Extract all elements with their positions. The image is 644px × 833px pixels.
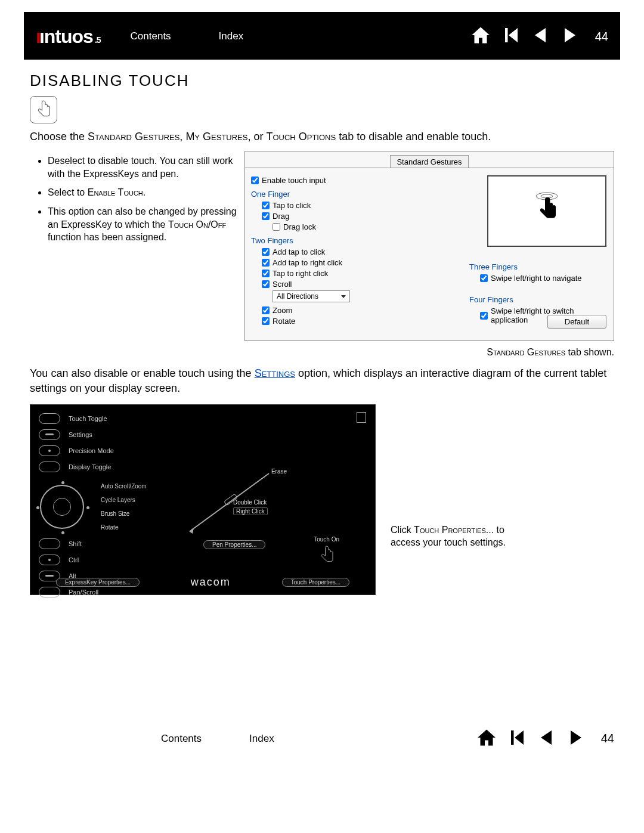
svg-marker-4 bbox=[189, 528, 194, 534]
nav-icons: 44 bbox=[470, 24, 608, 48]
standard-gestures-dialog: Standard Gestures Enable touch input One… bbox=[244, 151, 614, 341]
intro-paragraph: Choose the Standard Gestures, My Gesture… bbox=[30, 129, 614, 144]
enable-touch-checkbox[interactable] bbox=[251, 176, 259, 184]
expresskey-3[interactable] bbox=[39, 445, 60, 456]
footer-page-number: 44 bbox=[601, 732, 614, 745]
first-page-icon[interactable] bbox=[500, 24, 521, 48]
contents-link[interactable]: Contents bbox=[131, 30, 171, 42]
prev-page-icon[interactable] bbox=[535, 727, 557, 751]
instruction-list: Deselect to disable touch. You can still… bbox=[30, 151, 239, 250]
index-link[interactable]: Index bbox=[219, 30, 244, 42]
footer-nav-icons: 44 bbox=[476, 727, 614, 751]
expresskey-properties-button[interactable]: ExpressKey Properties... bbox=[56, 578, 140, 587]
swipe-nav-checkbox[interactable] bbox=[480, 274, 488, 282]
home-icon[interactable] bbox=[476, 727, 497, 751]
tap-rclick-checkbox[interactable] bbox=[262, 270, 270, 277]
page-number: 44 bbox=[595, 30, 608, 44]
footer-bar: Contents Index 44 bbox=[24, 714, 620, 763]
gesture-preview bbox=[487, 175, 606, 247]
footer-index-link[interactable]: Index bbox=[249, 733, 274, 745]
touch-ring[interactable] bbox=[35, 480, 89, 534]
wacom-logo: wacom bbox=[191, 576, 231, 589]
zoom-checkbox[interactable] bbox=[262, 306, 270, 314]
bullet-1: Deselect to disable touch. You can still… bbox=[48, 154, 239, 180]
expresskey-1[interactable] bbox=[39, 413, 60, 424]
swipe-app-checkbox[interactable] bbox=[480, 312, 488, 320]
four-fingers-label: Four Fingers bbox=[469, 295, 606, 304]
drag-lock-checkbox[interactable] bbox=[273, 223, 280, 231]
three-fingers-label: Three Fingers bbox=[469, 262, 606, 271]
chevron-down-icon bbox=[341, 295, 346, 298]
prev-page-icon[interactable] bbox=[530, 24, 551, 48]
scroll-checkbox[interactable] bbox=[262, 280, 270, 288]
logo-sub: .5 bbox=[95, 35, 101, 45]
first-page-icon[interactable] bbox=[506, 727, 527, 751]
home-icon[interactable] bbox=[470, 24, 491, 48]
side-note: Click Touch Properties... to access your… bbox=[391, 524, 528, 549]
touch-properties-button[interactable]: Touch Properties... bbox=[282, 578, 349, 587]
next-page-icon[interactable] bbox=[559, 24, 581, 48]
pen-properties-button[interactable]: Pen Properties... bbox=[203, 540, 265, 549]
default-button[interactable]: Default bbox=[547, 315, 606, 329]
page-title: DISABLING TOUCH bbox=[30, 72, 614, 90]
touch-on-area: Touch On bbox=[314, 536, 339, 566]
add-tap-click-checkbox[interactable] bbox=[262, 248, 270, 256]
add-tap-rclick-checkbox[interactable] bbox=[262, 259, 270, 267]
bullet-2: Select to Enable Touch. bbox=[48, 186, 239, 199]
expresskey-6[interactable] bbox=[39, 555, 60, 565]
footer-contents-link[interactable]: Contents bbox=[161, 733, 202, 745]
touch-gesture-icon bbox=[30, 96, 57, 123]
expresskey-2[interactable] bbox=[39, 429, 60, 440]
pen-diagram: Erase Double Click Right Click Pen Prope… bbox=[185, 465, 287, 536]
dialog-caption: Standard Gestures tab shown. bbox=[244, 347, 614, 358]
tab-standard-gestures[interactable]: Standard Gestures bbox=[390, 155, 468, 168]
next-page-icon[interactable] bbox=[565, 727, 587, 751]
notes-icon bbox=[357, 412, 366, 423]
expresskey-5[interactable] bbox=[39, 538, 60, 549]
logo: ııntuos.5 bbox=[36, 26, 101, 48]
expresskey-4[interactable] bbox=[39, 462, 60, 472]
logo-text: ıntuos bbox=[39, 26, 93, 48]
header-bar: ııntuos.5 Contents Index 44 bbox=[24, 12, 620, 60]
tap-to-click-checkbox[interactable] bbox=[262, 202, 270, 209]
drag-checkbox[interactable] bbox=[262, 212, 270, 220]
settings-overlay-panel: Touch Toggle Settings Precision Mode Dis… bbox=[30, 404, 376, 595]
scroll-direction-dropdown[interactable]: All Directions bbox=[273, 290, 350, 302]
settings-link[interactable]: Settings bbox=[255, 367, 295, 379]
mid-paragraph: You can also disable or enable touch usi… bbox=[30, 366, 614, 395]
rotate-checkbox[interactable] bbox=[262, 317, 270, 325]
bullet-3: This option can also be changed by press… bbox=[48, 205, 239, 244]
enable-touch-label: Enable touch input bbox=[262, 176, 326, 185]
